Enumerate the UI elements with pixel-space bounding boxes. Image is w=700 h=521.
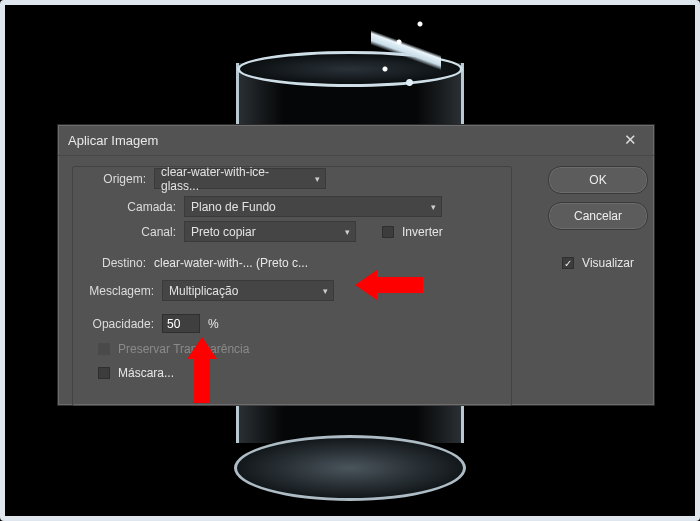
blend-value: Multiplicação [169, 284, 238, 298]
chevron-down-icon: ▾ [315, 174, 320, 184]
chevron-down-icon: ▾ [431, 202, 436, 212]
layer-label: Camada: [122, 200, 176, 214]
source-value: clear-water-with-ice-glass... [161, 165, 307, 193]
source-select[interactable]: clear-water-with-ice-glass... ▾ [154, 168, 326, 189]
target-value: clear-water-with-... (Preto c... [154, 256, 308, 270]
dialog-titlebar[interactable]: Aplicar Imagem ✕ [58, 125, 654, 156]
annotation-arrow-opacity [187, 337, 217, 403]
mask-label: Máscara... [118, 366, 174, 380]
target-label: Destino: [92, 256, 146, 270]
preview-checkbox[interactable]: ✓ [562, 257, 574, 269]
invert-checkbox[interactable] [382, 226, 394, 238]
preserve-checkbox [98, 343, 110, 355]
app-frame: Aplicar Imagem ✕ Origem: clear-water-wit… [0, 0, 700, 521]
channel-label: Canal: [122, 225, 176, 239]
dialog-title: Aplicar Imagem [68, 133, 616, 148]
invert-label: Inverter [402, 225, 443, 239]
layer-select[interactable]: Plano de Fundo ▾ [184, 196, 442, 217]
cancel-button[interactable]: Cancelar [548, 202, 648, 230]
layer-value: Plano de Fundo [191, 200, 276, 214]
opacity-unit: % [208, 317, 219, 331]
channel-select[interactable]: Preto copiar ▾ [184, 221, 356, 242]
blend-select[interactable]: Multiplicação ▾ [162, 280, 334, 301]
source-label: Origem: [86, 172, 146, 186]
opacity-value: 50 [167, 317, 180, 331]
close-button[interactable]: ✕ [616, 126, 644, 154]
annotation-arrow-blend [355, 270, 423, 300]
chevron-down-icon: ▾ [345, 227, 350, 237]
ok-button[interactable]: OK [548, 166, 648, 194]
preview-label: Visualizar [582, 256, 634, 270]
opacity-input[interactable]: 50 [162, 314, 200, 333]
mask-checkbox[interactable] [98, 367, 110, 379]
opacity-label: Opacidade: [80, 317, 154, 331]
chevron-down-icon: ▾ [323, 286, 328, 296]
blend-label: Mesclagem: [80, 284, 154, 298]
apply-image-dialog: Aplicar Imagem ✕ Origem: clear-water-wit… [57, 124, 655, 406]
close-icon: ✕ [624, 131, 637, 149]
channel-value: Preto copiar [191, 225, 256, 239]
preserve-label: Preservar Transparência [118, 342, 249, 356]
